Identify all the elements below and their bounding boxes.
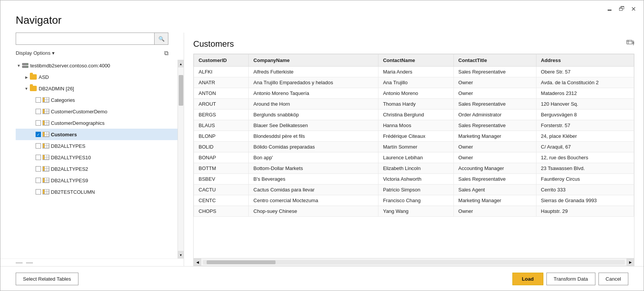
cell-customerid: CHOPS bbox=[194, 206, 249, 217]
db2alltypes10-checkbox[interactable] bbox=[36, 155, 41, 160]
db2testcolumn-table-icon bbox=[42, 189, 49, 195]
cell-contactname: Christina Berglund bbox=[378, 110, 453, 120]
tree-item-customerdemographics[interactable]: CustomerDemographics bbox=[16, 117, 178, 129]
tree-item-categories[interactable]: Categories bbox=[16, 94, 178, 106]
table-row: ANATRAna Trujillo Emparedados y heladosA… bbox=[194, 77, 634, 88]
cell-address: 24, place Kléber bbox=[536, 131, 634, 142]
cd-checkbox[interactable] bbox=[36, 120, 41, 126]
tree-item-db2admin[interactable]: ▼ DB2ADMIN [26] bbox=[16, 83, 178, 94]
left-scrollbar-track bbox=[178, 67, 184, 251]
cell-companyname: Bólido Comidas preparadas bbox=[249, 142, 378, 152]
cell-contacttitle: Sales Representative bbox=[453, 67, 536, 77]
col-companyname: CompanyName bbox=[249, 54, 378, 67]
cell-address: Hauptstr. 29 bbox=[536, 206, 634, 217]
h-scrollbar-thumb bbox=[207, 260, 276, 264]
table-body: ALFKIAlfreds FutterkisteMaria AndersSale… bbox=[194, 67, 634, 217]
export-icon: ⧉ bbox=[164, 50, 168, 56]
asd-label: ASD bbox=[39, 74, 49, 80]
cell-companyname: Centro comercial Moctezuma bbox=[249, 195, 378, 206]
cell-contacttitle: Marketing Manager bbox=[453, 195, 536, 206]
tree-item-customercustomerdemo[interactable]: CustomerCustomerDemo bbox=[16, 106, 178, 117]
display-options-button[interactable]: Display Options bbox=[16, 49, 55, 57]
left-scrollbar-up-button[interactable] bbox=[178, 60, 184, 67]
db2testcolumn-checkbox[interactable] bbox=[36, 189, 41, 195]
tree-item-asd[interactable]: ASD bbox=[16, 71, 178, 83]
db2alltypes10-table-icon bbox=[42, 155, 49, 160]
db2alltypes9-table-icon bbox=[42, 178, 49, 183]
table-row: ALFKIAlfreds FutterkisteMaria AndersSale… bbox=[194, 67, 634, 77]
table-row: CHOPSChop-suey ChineseYang WangOwnerHaup… bbox=[194, 206, 634, 217]
categories-checkbox[interactable] bbox=[36, 97, 41, 103]
tree-container: ▼ testibmdb2server.contoso.com:4000 bbox=[0, 60, 178, 258]
db2testcolumn-label: DB2TESTCOLUMN bbox=[51, 189, 95, 195]
table-row: BLONPBlondesddsl père et filsFrédérique … bbox=[194, 131, 634, 142]
export-button[interactable]: ⧉ bbox=[164, 50, 168, 57]
db2alltypes-table-icon bbox=[42, 143, 49, 149]
col-contacttitle: ContactTitle bbox=[453, 54, 536, 67]
cell-customerid: ANTON bbox=[194, 88, 249, 99]
cell-customerid: BOTTM bbox=[194, 163, 249, 174]
left-scrollbar-down-button[interactable] bbox=[178, 251, 184, 258]
data-table-scroll[interactable]: CustomerID CompanyName ContactName Conta… bbox=[194, 54, 634, 258]
footer-dots: — — bbox=[16, 258, 34, 266]
db2alltypes9-checkbox[interactable] bbox=[36, 178, 41, 183]
minimize-button[interactable]: 🗕 bbox=[603, 5, 616, 13]
search-button[interactable] bbox=[155, 33, 168, 45]
cell-companyname: Alfreds Futterkiste bbox=[249, 67, 378, 77]
cell-address: Sierras de Granada 9993 bbox=[536, 195, 634, 206]
db2alltypes2-checkbox[interactable] bbox=[36, 166, 41, 172]
load-button[interactable]: Load bbox=[512, 273, 543, 285]
refresh-button[interactable] bbox=[626, 39, 634, 49]
tree-item-db2alltypes10[interactable]: DB2ALLTYPES10 bbox=[16, 152, 178, 163]
cell-contacttitle: Accounting Manager bbox=[453, 163, 536, 174]
scroll-right-icon bbox=[629, 260, 632, 264]
content-area: Display Options ⧉ ▼ bbox=[0, 33, 644, 266]
ccd-checkbox[interactable] bbox=[36, 109, 41, 114]
cell-address: Obere Str. 57 bbox=[536, 67, 634, 77]
right-panel-title: Customers bbox=[193, 39, 234, 49]
cell-contactname: Laurence Lebihan bbox=[378, 152, 453, 163]
select-related-button[interactable]: Select Related Tables bbox=[16, 273, 78, 285]
db2alltypes-label: DB2ALLTYPES bbox=[51, 143, 85, 149]
transform-data-button[interactable]: Transform Data bbox=[546, 273, 595, 285]
cancel-button[interactable]: Cancel bbox=[598, 273, 628, 285]
tree-item-server[interactable]: ▼ testibmdb2server.contoso.com:4000 bbox=[16, 60, 178, 71]
cell-contactname: Victoria Ashworth bbox=[378, 174, 453, 185]
display-options-chevron-icon bbox=[52, 50, 55, 56]
cell-customerid: CENTC bbox=[194, 195, 249, 206]
cell-contactname: Elizabeth Lincoln bbox=[378, 163, 453, 174]
tree-item-customers[interactable]: Customers bbox=[16, 129, 178, 140]
table-row: BOLIDBólido Comidas preparadasMartín Som… bbox=[194, 142, 634, 152]
cell-contactname: Frédérique Citeaux bbox=[378, 131, 453, 142]
cell-contacttitle: Order Administrator bbox=[453, 110, 536, 120]
cell-contacttitle: Owner bbox=[453, 88, 536, 99]
tree-item-db2alltypes9[interactable]: DB2ALLTYPES9 bbox=[16, 175, 178, 186]
cell-customerid: CACTU bbox=[194, 185, 249, 195]
tree-item-db2testcolumn[interactable]: DB2TESTCOLUMN bbox=[16, 186, 178, 198]
close-button[interactable]: ✕ bbox=[628, 5, 639, 13]
customers-table-icon bbox=[42, 132, 49, 137]
cell-companyname: Cactus Comidas para llevar bbox=[249, 185, 378, 195]
tree-item-db2alltypes[interactable]: DB2ALLTYPES bbox=[16, 140, 178, 152]
tree-item-db2alltypes2[interactable]: DB2ALLTYPES2 bbox=[16, 163, 178, 175]
scroll-left-button[interactable] bbox=[194, 258, 201, 266]
cell-companyname: Bon app' bbox=[249, 152, 378, 163]
cell-address: Avda. de la Constitución 2 bbox=[536, 77, 634, 88]
page-title: Navigator bbox=[0, 14, 644, 33]
db2alltypes2-label: DB2ALLTYPES2 bbox=[51, 166, 88, 172]
left-panel: Display Options ⧉ ▼ bbox=[0, 33, 184, 266]
maximize-button[interactable]: 🗗 bbox=[616, 5, 628, 13]
cell-address: Cerrito 333 bbox=[536, 185, 634, 195]
cell-address: 23 Tsawassen Blvd. bbox=[536, 163, 634, 174]
cell-companyname: Berglunds snabbköp bbox=[249, 110, 378, 120]
cell-contactname: Yang Wang bbox=[378, 206, 453, 217]
customers-checkbox[interactable] bbox=[36, 132, 41, 137]
cell-customerid: BLONP bbox=[194, 131, 249, 142]
cell-address: 120 Hanover Sq. bbox=[536, 99, 634, 110]
search-input[interactable] bbox=[16, 33, 155, 45]
db2alltypes-checkbox[interactable] bbox=[36, 143, 41, 149]
cell-address: Mataderos 2312 bbox=[536, 88, 634, 99]
scroll-right-button[interactable] bbox=[626, 258, 634, 266]
cell-contactname: Hanna Moos bbox=[378, 120, 453, 131]
cell-contacttitle: Sales Representative bbox=[453, 174, 536, 185]
